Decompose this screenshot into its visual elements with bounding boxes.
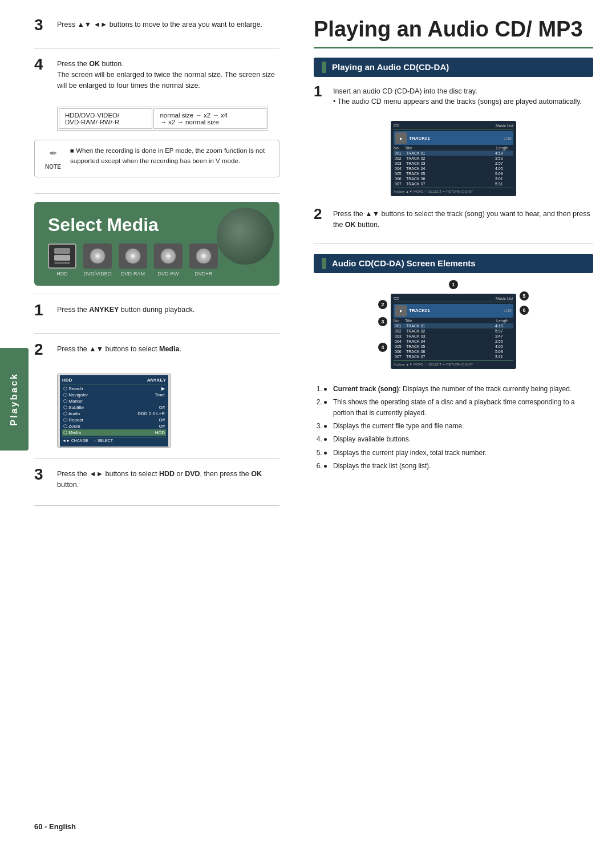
menu-row-3: ⬡ SubtitleOff (62, 404, 166, 411)
dvdvideo-label: DVD/VIDEO (83, 271, 112, 277)
ml1-row-6: 007 TRACK 07 5:31 (394, 181, 513, 186)
annotation-2-pos: 2 (378, 300, 387, 309)
menu-row-1: ⬡ NavigatorTime (62, 392, 166, 398)
step3-prefix: Press the ◄► buttons to select (57, 470, 159, 478)
zoom-table: HDD/DVD-VIDEO/ DVD-RAM/-RW/-R normal siz… (57, 107, 268, 131)
music-list-1-container: CD Music List ▶ TRACK01 1/16 No. Title L… (314, 116, 593, 201)
step3-mid: or (175, 470, 185, 478)
menu-header: HDD ANYKEY (62, 378, 166, 384)
main-title: Playing an Audio CD/ MP3 (314, 17, 593, 48)
ml1-r4-title: TRACK 05 (406, 172, 495, 176)
descriptions-list: Current track (song): Displays the numbe… (314, 384, 593, 474)
right-column: Playing an Audio CD/ MP3 Playing an Audi… (297, 0, 616, 848)
menu-footer-select: ☞ SELECT (93, 439, 113, 443)
desc-3: Displays the current file type and file … (324, 421, 593, 432)
step-4-bold: OK (89, 60, 100, 68)
media-icon-dvdplusr: DVD+R (189, 244, 218, 277)
ml1-col-no: No. (394, 146, 405, 150)
ml1-row-1: 002 TRACK 02 3:52 (394, 156, 513, 161)
dvdrw-label: DVD-RW (158, 271, 179, 277)
divider-5 (34, 458, 279, 459)
divider-6 (34, 505, 279, 506)
step3-suffix: , then press the (200, 470, 252, 478)
media-icon-hdd: HDD (48, 244, 76, 277)
page-footer: 60 - English (34, 811, 279, 831)
annotation-4: 4 (378, 343, 387, 352)
ml1-row-3: 004 TRACK 04 4:05 (394, 166, 513, 171)
ml1-index: 1/16 (504, 136, 512, 140)
hdd-label: HDD (56, 271, 68, 277)
hdd-icon-box (48, 244, 76, 269)
zoom-table-cell-2: normal size → x2 → x4 → x2 → normal size (153, 108, 266, 129)
ml1-r1-no: 002 (395, 156, 406, 160)
ml1-r5-len: 3:01 (495, 177, 512, 181)
ml2-footer: Anykey ▲▼ MOVE ☞ SELECT ↩ RETURN ⊡ EXIT (394, 360, 513, 366)
ml2-header: CD Music List (394, 297, 513, 302)
dvdplusr-disc (196, 248, 212, 264)
right-step-1-num: 1 (314, 84, 326, 99)
select-media-section: Select Media HDD (34, 202, 279, 286)
annotation-4-pos: 4 (378, 343, 387, 352)
media-icon-dvdrw: DVD-RW (154, 244, 183, 277)
step-2-text: Press the ▲▼ buttons to select Media. (57, 342, 181, 355)
annotation-5: 5 (520, 291, 529, 301)
step-4-desc: The screen will be enlarged to twice the… (57, 71, 275, 90)
section1-bar: Playing an Audio CD(CD-DA) (314, 58, 593, 77)
ml1-row-4: 005 TRACK 05 5:08 (394, 171, 513, 176)
ml2-playing-track: ▶ TRACK01 1/16 (394, 304, 513, 318)
desc-4: Display available buttons. (324, 434, 593, 445)
page-number: 60 - English (34, 822, 76, 831)
right-step-2-num: 2 (314, 206, 326, 221)
note-box: ✒ NOTE ■ When the recording is done in E… (34, 140, 279, 177)
section1-title: Playing an Audio CD(CD-DA) (332, 62, 449, 72)
dvdram-icon-box (119, 244, 147, 269)
ml1-r2-len: 2:57 (495, 161, 512, 165)
desc-1: Current track (song): Displays the numbe… (324, 384, 593, 395)
divider-1 (34, 48, 279, 48)
step3-bold3: OK (251, 470, 262, 478)
ml2-header-right: Music List (496, 297, 513, 301)
annotation-3: 3 (378, 317, 387, 326)
ml1-r0-len: 4:18 (495, 151, 512, 155)
ml2-footer-text: Anykey ▲▼ MOVE ☞ SELECT ↩ RETURN ⊡ EXIT (394, 362, 473, 366)
step2-bold: Media (159, 345, 179, 353)
ml1-r1-title: TRACK 02 (406, 156, 495, 160)
right-step-1-text: Insert an audio CD (CD-DA) into the disc… (333, 84, 582, 108)
ml1-col-length: Length (496, 146, 513, 150)
dvdvideo-icon-box (83, 244, 112, 269)
annotation-6-pos: 6 (520, 306, 529, 315)
ml1-r3-len: 4:05 (495, 167, 512, 171)
ml1-columns: No. Title Length (394, 146, 513, 150)
annotation-5-pos: 5 (520, 291, 529, 301)
ml1-r2-title: TRACK 03 (406, 161, 495, 165)
section2-bar-icon (322, 258, 326, 269)
ml2-row-5: 006TRACK 065:08 (394, 349, 513, 354)
step3-end: button. (57, 481, 79, 489)
ml2-thumb: ▶ (395, 305, 407, 317)
step-3-text: Press ▲▼ ◄► buttons to move to the area … (57, 17, 262, 30)
zoom-col2-row1: normal size → x2 → x4 (160, 112, 228, 119)
right-step-1: 1 Insert an audio CD (CD-DA) into the di… (314, 84, 593, 108)
s1-step1-text: Insert an audio CD (CD-DA) into the disc… (333, 87, 477, 95)
ml1-row-5: 006 TRACK 06 3:01 (394, 176, 513, 181)
annotation-2: 2 (378, 300, 387, 309)
desc-2: This shows the operating state of a disc… (324, 397, 593, 419)
ml1-row-2: 003 TRACK 03 2:57 (394, 161, 513, 166)
zoom-table-cell-1: HDD/DVD-VIDEO/ DVD-RAM/-RW/-R (59, 108, 152, 129)
ml1-r1-len: 3:52 (495, 156, 512, 160)
ml2-col-title: Title (405, 319, 496, 323)
left-column: 3 Press ▲▼ ◄► buttons to move to the are… (0, 0, 297, 848)
ml1-playing-label: TRACK01 (409, 136, 501, 141)
divider-4 (34, 333, 279, 334)
step1-suffix: button during playback. (119, 306, 194, 314)
divider-3 (34, 294, 279, 294)
zoom-col2-row2: → x2 → normal size (160, 119, 219, 125)
step-4-suffix: button. (100, 60, 124, 68)
ml1-r4-no: 005 (395, 172, 406, 176)
step3-bold2: DVD (185, 470, 200, 478)
annotation-1-pos: 1 (449, 280, 458, 289)
ml1-r5-title: TRACK 06 (406, 177, 495, 181)
page: 3 Press ▲▼ ◄► buttons to move to the are… (0, 0, 616, 848)
ml1-r4-len: 5:08 (495, 172, 512, 176)
ml1-header: CD Music List (394, 124, 513, 129)
